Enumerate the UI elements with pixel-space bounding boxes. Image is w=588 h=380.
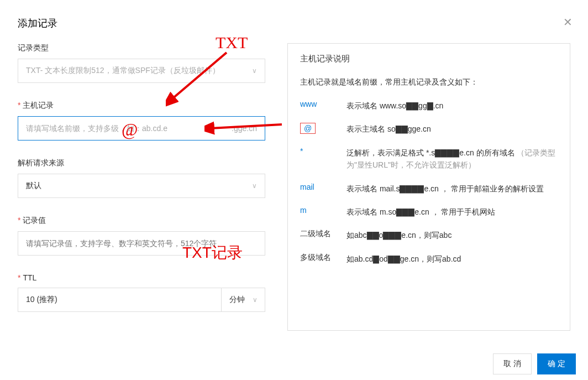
source-select[interactable]: 默认 ∨	[18, 174, 265, 198]
help-key: mail	[300, 183, 347, 195]
record-value-label: 记录值	[18, 216, 265, 226]
help-key: m	[300, 206, 347, 218]
source-label: 解析请求来源	[18, 158, 265, 168]
record-value-input[interactable]	[26, 239, 257, 248]
help-val: 如ab.cd▇od▇▇ge.cn，则写ab.cd	[347, 253, 461, 265]
host-input-wrapper: .gge.cn	[18, 116, 265, 140]
chevron-down-icon: ∨	[252, 182, 257, 190]
help-panel: 主机记录说明 主机记录就是域名前缀，常用主机记录及含义如下： www 表示域名 …	[287, 43, 570, 331]
help-row-star: * 泛解析，表示满足格式 *.s▇▇▇▇e.cn 的所有域名 （记录类型为"显性…	[300, 147, 558, 171]
record-type-value: TXT- 文本长度限制512，通常做SPF记录（反垃圾邮件）	[26, 66, 248, 76]
help-key: @	[300, 123, 347, 135]
help-row-at: @ 表示主域名 so▇▇gge.cn	[300, 123, 558, 135]
help-row-mail: mail 表示域名 mail.s▇▇▇▇e.cn ， 常用于邮箱业务的解析设置	[300, 183, 558, 195]
host-label: 主机记录	[18, 101, 265, 111]
help-row-subN: 多级域名 如ab.cd▇od▇▇ge.cn，则写ab.cd	[300, 253, 558, 265]
chevron-down-icon: ∨	[253, 296, 258, 304]
modal-title: 添加记录	[18, 17, 570, 30]
help-val: 表示域名 mail.s▇▇▇▇e.cn ， 常用于邮箱业务的解析设置	[347, 183, 544, 195]
host-input[interactable]	[18, 117, 232, 140]
host-suffix: .gge.cn	[232, 124, 265, 133]
record-type-label: 记录类型	[18, 43, 265, 53]
help-key: 二级域名	[300, 229, 347, 241]
ttl-unit-select[interactable]: 分钟 ∨	[221, 288, 265, 312]
ttl-label: TTL	[18, 273, 265, 282]
close-icon[interactable]: ✕	[563, 17, 573, 28]
help-key: *	[300, 147, 347, 171]
record-type-select[interactable]: TXT- 文本长度限制512，通常做SPF记录（反垃圾邮件） ∨	[18, 59, 265, 83]
ttl-value: 10 (推荐)	[26, 295, 213, 305]
help-val: 表示域名 www.so▇▇gg▇.cn	[347, 100, 443, 112]
form-panel: 记录类型 TXT- 文本长度限制512，通常做SPF记录（反垃圾邮件） ∨ 主机…	[18, 43, 265, 331]
ok-button[interactable]: 确 定	[537, 353, 576, 374]
cancel-button[interactable]: 取 消	[493, 353, 532, 374]
help-val: 表示主域名 so▇▇gge.cn	[347, 123, 431, 135]
ttl-unit-value: 分钟	[229, 295, 245, 305]
help-title: 主机记录说明	[300, 54, 558, 64]
help-val: 泛解析，表示满足格式 *.s▇▇▇▇e.cn 的所有域名 （记录类型为"显性UR…	[347, 147, 558, 171]
help-row-m: m 表示域名 m.so▇▇▇e.cn ， 常用于手机网站	[300, 206, 558, 218]
ttl-select[interactable]: 10 (推荐)	[18, 288, 221, 312]
help-val: 如abc▇▇o▇▇▇e.cn，则写abc	[347, 229, 452, 241]
help-desc: 主机记录就是域名前缀，常用主机记录及含义如下：	[300, 77, 558, 87]
help-key: www	[300, 100, 347, 112]
record-value-input-wrapper	[18, 231, 265, 256]
help-row-www: www 表示域名 www.so▇▇gg▇.cn	[300, 100, 558, 112]
help-row-sub2: 二级域名 如abc▇▇o▇▇▇e.cn，则写abc	[300, 229, 558, 241]
help-key: 多级域名	[300, 253, 347, 265]
help-val: 表示域名 m.so▇▇▇e.cn ， 常用于手机网站	[347, 206, 495, 218]
chevron-down-icon: ∨	[252, 67, 257, 75]
source-value: 默认	[26, 181, 248, 191]
